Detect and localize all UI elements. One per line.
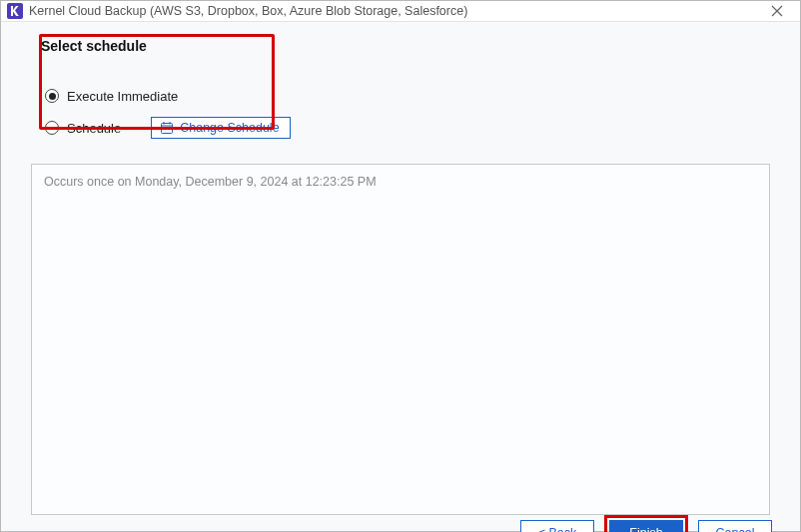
dialog-window: Kernel Cloud Backup (AWS S3, Dropbox, Bo… — [0, 0, 801, 532]
change-schedule-label: Change Schedule — [180, 121, 279, 135]
option-label: Schedule — [67, 121, 121, 136]
back-button[interactable]: < Back — [520, 520, 594, 532]
titlebar: Kernel Cloud Backup (AWS S3, Dropbox, Bo… — [1, 1, 800, 22]
option-execute-immediate[interactable]: Execute Immediate — [45, 82, 770, 110]
calendar-icon — [160, 121, 174, 135]
section-heading: Select schedule — [41, 38, 770, 54]
finish-button[interactable]: Finish — [609, 520, 683, 532]
close-button[interactable] — [760, 1, 794, 21]
schedule-description-box: Occurs once on Monday, December 9, 2024 … — [31, 164, 770, 515]
app-icon — [7, 3, 23, 19]
schedule-description-text: Occurs once on Monday, December 9, 2024 … — [44, 175, 377, 189]
footer-buttons: < Back Finish Cancel — [1, 515, 800, 532]
schedule-options: Execute Immediate Schedule Change Schedu… — [45, 82, 770, 142]
option-schedule[interactable]: Schedule Change Schedule — [45, 114, 770, 142]
change-schedule-button[interactable]: Change Schedule — [151, 117, 290, 139]
cancel-label: Cancel — [716, 526, 755, 533]
cancel-button[interactable]: Cancel — [698, 520, 772, 532]
radio-icon — [45, 121, 59, 135]
highlight-annotation-finish: Finish — [604, 515, 688, 532]
close-icon — [771, 5, 783, 17]
back-label: < Back — [538, 526, 577, 533]
option-label: Execute Immediate — [67, 89, 178, 104]
finish-label: Finish — [629, 526, 662, 533]
svg-rect-3 — [162, 123, 173, 133]
window-title: Kernel Cloud Backup (AWS S3, Dropbox, Bo… — [29, 4, 760, 18]
content-area: Select schedule Execute Immediate Schedu… — [1, 22, 800, 515]
radio-icon — [45, 89, 59, 103]
